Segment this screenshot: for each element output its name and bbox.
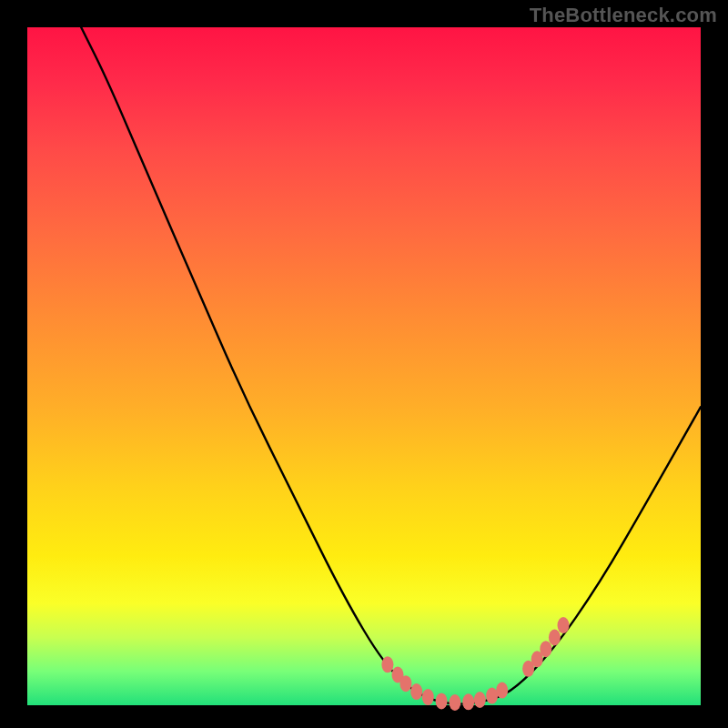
highlight-dot bbox=[462, 693, 474, 710]
highlight-dot bbox=[399, 675, 411, 692]
highlight-dot bbox=[422, 689, 434, 705]
highlight-dot bbox=[474, 692, 486, 708]
highlight-dots-group bbox=[381, 617, 569, 711]
v-curve bbox=[81, 27, 701, 704]
highlight-dot bbox=[381, 656, 393, 672]
highlight-dot bbox=[486, 688, 498, 704]
highlight-dot bbox=[436, 693, 448, 710]
highlight-dot bbox=[558, 617, 570, 633]
highlight-dot bbox=[549, 630, 561, 646]
curve-svg bbox=[27, 27, 701, 705]
gradient-plot-area bbox=[27, 27, 701, 705]
watermark-text: TheBottleneck.com bbox=[530, 4, 717, 27]
highlight-dot bbox=[496, 682, 508, 699]
highlight-dot bbox=[540, 641, 551, 657]
highlight-dot bbox=[410, 683, 422, 700]
highlight-dot bbox=[449, 694, 460, 711]
